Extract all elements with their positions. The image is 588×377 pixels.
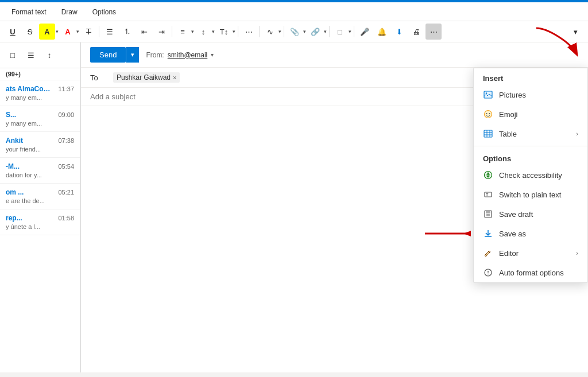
list-item[interactable]: om ... 05:21 e are the de... bbox=[0, 184, 80, 209]
recipient-remove-button[interactable]: × bbox=[173, 74, 176, 81]
auto-format-label: Auto format options bbox=[499, 269, 578, 277]
attach-dropdown[interactable]: 📎 ▾ bbox=[287, 24, 306, 40]
line-spacing-dropdown[interactable]: ↕ ▾ bbox=[195, 24, 215, 40]
inking-arrow[interactable]: ▾ bbox=[278, 29, 281, 34]
svg-point-3 bbox=[486, 113, 488, 114]
link-dropdown[interactable]: 🔗 ▾ bbox=[307, 24, 327, 40]
menu-item-save-as[interactable]: Save as bbox=[474, 224, 587, 243]
inking-button[interactable]: ∿ bbox=[262, 24, 278, 40]
switch-plain-icon: T bbox=[483, 189, 493, 200]
pictures-icon bbox=[483, 90, 493, 100]
attach-button[interactable]: 📎 bbox=[287, 24, 303, 40]
download-button[interactable]: ⬇ bbox=[391, 24, 407, 40]
text-size-arrow[interactable]: ▾ bbox=[233, 29, 235, 34]
alignment-button[interactable]: ≡ bbox=[175, 24, 191, 40]
save-draft-label: Save draft bbox=[499, 210, 578, 219]
tab-format-text[interactable]: Format text bbox=[5, 5, 53, 21]
font-color-dropdown[interactable]: A ▾ bbox=[60, 24, 79, 40]
print-button[interactable]: 🖨 bbox=[408, 24, 424, 40]
unread-count: (99+) bbox=[0, 68, 80, 80]
line-spacing-arrow[interactable]: ▾ bbox=[212, 29, 215, 34]
list-item[interactable]: Ankit 07:38 your friend... bbox=[0, 132, 80, 158]
alignment-arrow[interactable]: ▾ bbox=[191, 29, 194, 34]
text-size-dropdown[interactable]: T↕ ▾ bbox=[216, 24, 235, 40]
link-arrow[interactable]: ▾ bbox=[324, 29, 327, 34]
svg-point-4 bbox=[489, 113, 490, 114]
send-dropdown-button[interactable]: ▾ bbox=[126, 47, 139, 63]
svg-rect-0 bbox=[484, 91, 492, 98]
attach-arrow[interactable]: ▾ bbox=[303, 29, 306, 34]
recipient-name: Pushkar Gaikwad bbox=[117, 73, 171, 81]
sidebar-filter-btn[interactable]: ↕ bbox=[41, 47, 57, 63]
apps-arrow[interactable]: ▾ bbox=[349, 29, 351, 34]
sensitivity-button[interactable]: 🔔 bbox=[374, 24, 390, 40]
alignment-dropdown[interactable]: ≡ ▾ bbox=[175, 24, 194, 40]
svg-rect-18 bbox=[486, 211, 490, 213]
overflow-menu-button[interactable]: ⋯ bbox=[425, 24, 442, 40]
from-dropdown-icon[interactable]: ▾ bbox=[211, 52, 214, 58]
sidebar-compose-btn[interactable]: □ bbox=[5, 47, 21, 63]
decrease-indent-button[interactable]: ⇤ bbox=[136, 24, 152, 40]
editor-arrow-icon: › bbox=[576, 250, 578, 256]
font-color-button[interactable]: A bbox=[60, 24, 76, 40]
tab-draw[interactable]: Draw bbox=[55, 5, 84, 21]
numbering-button[interactable]: ⒈ bbox=[119, 24, 135, 40]
from-row: From: smith@email ▾ bbox=[146, 51, 214, 59]
mail-preview: y many em... bbox=[6, 94, 74, 101]
menu-item-switch-plain[interactable]: T Switch to plain text bbox=[474, 185, 587, 204]
menu-item-editor[interactable]: Editor › bbox=[474, 243, 587, 263]
strikethrough-button[interactable]: S bbox=[22, 24, 38, 40]
highlight-dropdown[interactable]: A ▾ bbox=[39, 24, 59, 40]
switch-plain-label: Switch to plain text bbox=[499, 191, 578, 199]
menu-item-auto-format[interactable]: Auto format options bbox=[474, 263, 587, 282]
underline-button[interactable]: U bbox=[5, 24, 21, 40]
increase-indent-button[interactable]: ⇥ bbox=[153, 24, 169, 40]
bullets-button[interactable]: ☰ bbox=[102, 24, 118, 40]
collapse-button[interactable]: ▾ bbox=[567, 24, 583, 40]
mail-preview: y únete a l... bbox=[6, 223, 74, 230]
from-email[interactable]: smith@email bbox=[168, 51, 208, 59]
dictate-button[interactable]: 🎤 bbox=[357, 24, 373, 40]
clear-format-button[interactable]: T̶ bbox=[80, 24, 96, 40]
mail-sender: om ... bbox=[6, 188, 24, 196]
mail-time: 05:21 bbox=[58, 189, 74, 196]
svg-point-26 bbox=[488, 274, 489, 275]
menu-item-emoji[interactable]: Emoji bbox=[474, 104, 587, 124]
mail-preview: e are the de... bbox=[6, 197, 74, 204]
svg-rect-5 bbox=[484, 130, 492, 137]
emoji-label: Emoji bbox=[499, 110, 578, 119]
sidebar-sort-btn[interactable]: ☰ bbox=[23, 47, 39, 63]
menu-item-pictures[interactable]: Pictures bbox=[474, 85, 587, 104]
list-item[interactable]: -M... 05:54 dation for y... bbox=[0, 158, 80, 184]
list-item[interactable]: ats AlmaConnect; ... 11:37 y many em... bbox=[0, 80, 80, 106]
table-arrow-icon: › bbox=[576, 130, 578, 137]
apps-dropdown[interactable]: □ ▾ bbox=[332, 24, 351, 40]
apps-button[interactable]: □ bbox=[332, 24, 348, 40]
main-area: □ ☰ ↕ (99+) ats AlmaConnect; ... 11:37 y… bbox=[0, 42, 588, 372]
link-button[interactable]: 🔗 bbox=[307, 24, 323, 40]
menu-divider-1 bbox=[474, 146, 587, 146]
menu-item-check-accessibility[interactable]: Check accessibility bbox=[474, 165, 587, 185]
mail-preview: dation for y... bbox=[6, 172, 74, 178]
svg-text:T: T bbox=[486, 193, 489, 197]
table-icon bbox=[483, 129, 493, 139]
list-item[interactable]: rep... 01:58 y únete a l... bbox=[0, 209, 80, 235]
menu-item-table[interactable]: Table › bbox=[474, 124, 587, 143]
highlight-arrow[interactable]: ▾ bbox=[56, 29, 59, 34]
mail-sender: rep... bbox=[6, 214, 22, 222]
insert-section-label: Insert bbox=[474, 68, 587, 85]
mail-sender: -M... bbox=[6, 162, 20, 170]
font-color-arrow[interactable]: ▾ bbox=[76, 29, 79, 34]
menu-item-save-draft[interactable]: Save draft bbox=[474, 204, 587, 224]
inking-dropdown[interactable]: ∿ ▾ bbox=[262, 24, 281, 40]
line-spacing-button[interactable]: ↕ bbox=[195, 24, 211, 40]
list-item[interactable]: S... 09:00 y many em... bbox=[0, 106, 80, 132]
more-options-button[interactable]: ⋯ bbox=[241, 24, 257, 40]
svg-rect-19 bbox=[486, 214, 490, 216]
recipient-tag: Pushkar Gaikwad × bbox=[113, 72, 180, 83]
save-draft-icon bbox=[483, 209, 493, 219]
tab-options[interactable]: Options bbox=[86, 5, 123, 21]
text-size-button[interactable]: T↕ bbox=[216, 24, 232, 40]
send-button[interactable]: Send bbox=[90, 47, 126, 63]
highlight-button[interactable]: A bbox=[39, 24, 55, 40]
